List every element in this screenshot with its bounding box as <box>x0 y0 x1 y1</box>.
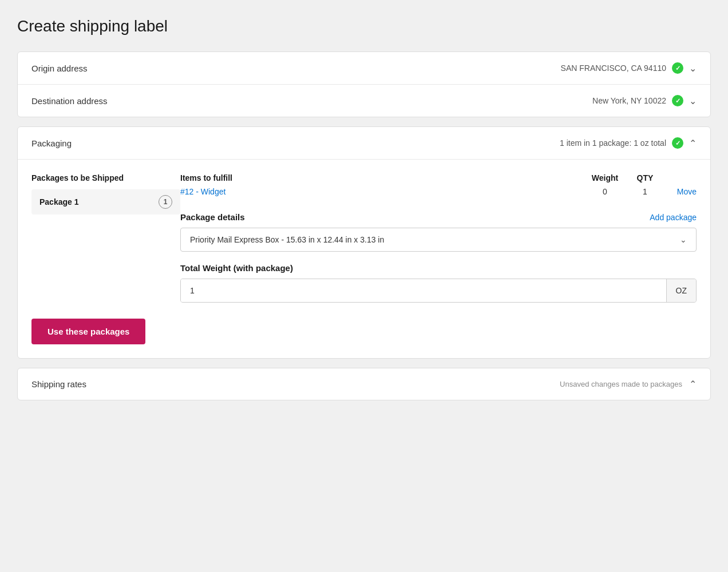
items-table-header: Items to fulfill Weight QTY <box>180 173 697 182</box>
packaging-summary: 1 item in 1 package: 1 oz total <box>560 138 666 148</box>
item-move-button[interactable]: Move <box>662 187 697 196</box>
item-weight: 0 <box>582 187 628 196</box>
packaging-chevron-up-icon[interactable]: ⌃ <box>689 138 697 149</box>
shipping-rates-card: Shipping rates Unsaved changes made to p… <box>17 368 711 400</box>
package-select-chevron-icon: ⌄ <box>680 235 687 244</box>
items-col-qty-header: QTY <box>628 173 662 182</box>
package-select-value: Priority Mail Express Box - 15.63 in x 1… <box>190 235 384 244</box>
weight-input-wrapper: OZ <box>180 279 697 303</box>
origin-address-label: Origin address <box>31 63 88 73</box>
add-package-button[interactable]: Add package <box>650 213 697 222</box>
package-details-header: Package details Add package <box>180 212 697 222</box>
items-col-weight-header: Weight <box>582 173 628 182</box>
destination-chevron-down-icon[interactable]: ⌄ <box>689 96 697 106</box>
shipping-rates-header[interactable]: Shipping rates Unsaved changes made to p… <box>18 368 710 400</box>
weight-unit-label: OZ <box>666 279 696 302</box>
use-packages-button[interactable]: Use these packages <box>31 319 145 344</box>
weight-input[interactable] <box>181 279 666 302</box>
page-title: Create shipping label <box>17 17 711 35</box>
package-1-item[interactable]: Package 1 1 <box>31 189 180 214</box>
destination-check-icon <box>672 95 683 106</box>
item-row: #12 - Widget 0 1 Move <box>180 187 697 196</box>
origin-check-icon <box>672 62 683 74</box>
destination-address-value: New York, NY 10022 <box>592 96 666 105</box>
packaging-check-icon <box>672 137 683 149</box>
shipping-rates-chevron-up-icon[interactable]: ⌃ <box>689 379 697 390</box>
package-details-section: Package details Add package Priority Mai… <box>180 212 697 252</box>
items-col-name-header: Items to fulfill <box>180 173 582 182</box>
package-details-label: Package details <box>180 212 245 222</box>
package-select-display[interactable]: Priority Mail Express Box - 15.63 in x 1… <box>181 228 696 251</box>
packaging-card: Packaging 1 item in 1 package: 1 oz tota… <box>17 126 711 359</box>
package-1-badge: 1 <box>159 195 172 209</box>
item-qty: 1 <box>628 187 662 196</box>
packaging-body: Packages to be Shipped Package 1 1 Items… <box>18 160 710 358</box>
packaging-header[interactable]: Packaging 1 item in 1 package: 1 oz tota… <box>18 127 710 160</box>
origin-chevron-down-icon[interactable]: ⌄ <box>689 63 697 74</box>
items-column: Items to fulfill Weight QTY #12 - Widget… <box>180 173 697 303</box>
packages-column-header: Packages to be Shipped <box>31 173 180 182</box>
unsaved-changes-text: Unsaved changes made to packages <box>560 380 682 388</box>
origin-address-row[interactable]: Origin address SAN FRANCISCO, CA 94110 ⌄ <box>18 52 710 85</box>
packaging-label: Packaging <box>31 138 72 148</box>
destination-address-row[interactable]: Destination address New York, NY 10022 ⌄ <box>18 85 710 117</box>
destination-address-label: Destination address <box>31 96 108 106</box>
item-link[interactable]: #12 - Widget <box>180 187 582 196</box>
origin-address-value: SAN FRANCISCO, CA 94110 <box>561 63 666 73</box>
total-weight-section: Total Weight (with package) OZ <box>180 263 697 303</box>
total-weight-label: Total Weight (with package) <box>180 263 697 273</box>
shipping-rates-label: Shipping rates <box>31 379 86 389</box>
package-1-label: Package 1 <box>39 197 79 206</box>
packages-column: Packages to be Shipped Package 1 1 <box>31 173 180 303</box>
package-select[interactable]: Priority Mail Express Box - 15.63 in x 1… <box>180 228 697 252</box>
